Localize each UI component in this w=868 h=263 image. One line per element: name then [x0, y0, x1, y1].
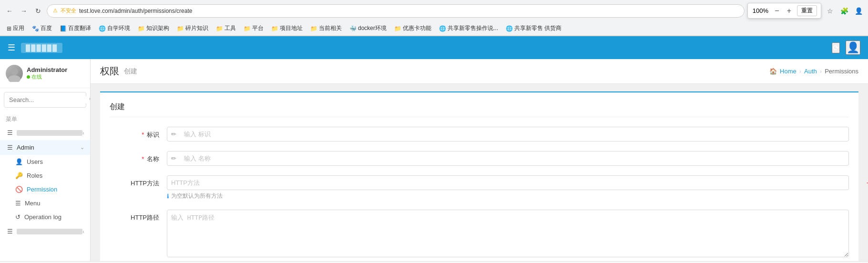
http-path-textarea[interactable]: [167, 210, 849, 257]
page-content: 创建 * 标识 ✏ 填写方便识别的文字: [91, 84, 868, 261]
sidebar-item-users[interactable]: 👤 Users: [0, 155, 90, 169]
share1-icon: 🌐: [439, 25, 446, 32]
bookmark-docker[interactable]: 🐳 docker环境: [347, 23, 389, 33]
sidebar-group3[interactable]: ☰ ‹: [0, 224, 90, 239]
bookmark-fragments[interactable]: 📁 碎片知识: [174, 23, 211, 33]
page-title: 权限: [100, 65, 119, 78]
bookmark-apps[interactable]: ⊞ 应用: [4, 23, 27, 33]
brand-placeholder: ██████: [21, 43, 62, 53]
forward-button[interactable]: →: [18, 5, 30, 17]
bookmark-translate[interactable]: 📘 百度翻译: [57, 23, 94, 33]
biaoji-input[interactable]: [180, 127, 848, 141]
refresh-icon[interactable]: ⟳: [832, 42, 840, 53]
knowledge-icon: 📁: [138, 25, 145, 32]
sidebar-item-permission[interactable]: 🚫 Permission: [0, 182, 90, 196]
username: Administrator: [27, 66, 67, 73]
tools-icon: 📁: [216, 25, 223, 32]
bookmark-baidu[interactable]: 🐾 百度: [29, 23, 55, 33]
bookmark-knowledge[interactable]: 📁 知识架构: [135, 23, 172, 33]
http-method-row: HTTP方法 HTTP方法 GET POST PUT DELETE: [110, 175, 849, 200]
bookmark-apps-label: 应用: [13, 24, 24, 32]
status-label: 在线: [31, 73, 42, 81]
sidebar-item-menu[interactable]: ☰ Menu: [0, 196, 90, 210]
sidebar-group-admin[interactable]: ☰ Admin ⌄: [0, 140, 90, 155]
hamburger-icon[interactable]: ☰: [8, 42, 15, 53]
browser-toolbar: ← → ↻ ⚠ 不安全 test.love.com/admin/auth/per…: [0, 0, 868, 21]
security-icon: ⚠: [53, 8, 58, 14]
bookmark-knowledge-label: 知识架构: [146, 24, 169, 32]
bookmarks-bar: ⊞ 应用 🐾 百度 📘 百度翻译 🌐 自学环境 📁 知识架构 📁 碎片知识 📁 …: [0, 21, 868, 36]
sidebar-item-roles[interactable]: 🔑 Roles: [0, 169, 90, 182]
mingcheng-row: * 名称 ✏: [110, 151, 849, 166]
docker-icon: 🐳: [349, 25, 357, 32]
biaoji-row: * 标识 ✏ 填写方便识别的文字: [110, 127, 849, 142]
breadcrumb-auth[interactable]: Auth: [804, 68, 817, 75]
sidebar-group1[interactable]: ☰ ‹: [0, 125, 90, 140]
content-area: 权限 创建 🏠 Home › Auth › Permissions 创建: [91, 59, 868, 261]
group3-arrow-icon: ‹: [82, 229, 84, 234]
group1-icon: ☰: [7, 129, 13, 136]
mingcheng-edit-icon[interactable]: ✏: [167, 155, 180, 162]
http-method-select[interactable]: HTTP方法 GET POST PUT DELETE: [167, 175, 849, 190]
reload-button[interactable]: ↻: [32, 5, 44, 17]
browser-chrome: ← → ↻ ⚠ 不安全 test.love.com/admin/auth/per…: [0, 0, 868, 36]
bookmark-coupon-label: 优惠卡功能: [403, 24, 431, 32]
page-title-area: 权限 创建: [100, 65, 137, 78]
search-box[interactable]: 🔍: [4, 92, 86, 108]
bookmark-study-label: 自学环境: [107, 24, 130, 32]
bookmark-current-label: 当前相关: [319, 24, 342, 32]
http-path-label: HTTP路径: [110, 210, 167, 222]
zoom-level: 100%: [752, 7, 769, 14]
search-input[interactable]: [9, 96, 89, 103]
mingcheng-input[interactable]: [180, 152, 848, 165]
users-icon: 👤: [15, 158, 23, 165]
profile-button[interactable]: 👤: [853, 5, 864, 17]
bookmark-share1[interactable]: 🌐 共享新零售操作说...: [436, 23, 501, 33]
zoom-reset-button[interactable]: 重置: [797, 5, 817, 16]
mingcheng-required-star: *: [142, 155, 144, 162]
bookmark-project[interactable]: 📁 项目地址: [268, 23, 306, 33]
sidebar-user: Administrator 在线: [0, 59, 90, 88]
http-method-hint-text: 为空默认为所有方法: [171, 192, 223, 200]
security-label: 不安全: [61, 7, 76, 14]
breadcrumb: 🏠 Home › Auth › Permissions: [769, 68, 858, 75]
group3-label: [17, 229, 82, 234]
breadcrumb-home[interactable]: Home: [780, 68, 797, 75]
zoom-minus-button[interactable]: −: [773, 7, 781, 15]
breadcrumb-sep2: ›: [820, 68, 822, 75]
back-button[interactable]: ←: [4, 5, 15, 17]
zoom-plus-button[interactable]: +: [785, 7, 793, 15]
sidebar-item-oplog[interactable]: ↺ Operation log: [0, 210, 90, 224]
bookmark-fragments-label: 碎片知识: [185, 24, 208, 32]
zoom-popup: 100% − + 重置: [747, 3, 821, 19]
study-icon: 🌐: [99, 25, 106, 32]
bookmark-study[interactable]: 🌐 自学环境: [96, 23, 133, 33]
bookmark-tools[interactable]: 📁 工具: [213, 23, 239, 33]
svg-point-0: [10, 68, 18, 75]
sidebar-users-label: Users: [27, 158, 43, 165]
biaoji-label: * 标识: [110, 127, 167, 139]
bookmark-current[interactable]: 📁 当前相关: [307, 23, 345, 33]
sidebar-roles-label: Roles: [27, 172, 42, 179]
bookmark-star-button[interactable]: ☆: [824, 5, 836, 17]
user-avatar-icon[interactable]: 👤: [846, 40, 860, 55]
biaoji-field: ✏ 填写方便识别的文字: [167, 127, 849, 142]
bookmark-tools-label: 工具: [225, 24, 236, 32]
bookmark-share2[interactable]: 🌐 共享新零售 供货商: [503, 23, 564, 33]
sidebar-permission-label: Permission: [27, 186, 57, 193]
sidebar-menu-label: Menu: [25, 200, 41, 207]
url-bar[interactable]: ⚠ 不安全 test.love.com/admin/auth/permissio…: [47, 4, 745, 18]
group1-arrow-icon: ‹: [82, 130, 84, 136]
sidebar: Administrator 在线 🔍 菜单 ☰ ‹ ☰: [0, 59, 91, 261]
bookmark-coupon[interactable]: 📁 优惠卡功能: [391, 23, 434, 33]
required-star: *: [142, 131, 144, 138]
share2-icon: 🌐: [506, 25, 513, 32]
app: ☰ ██████ ⟳ 👤 Administrator 在线: [0, 36, 868, 261]
bookmark-platform[interactable]: 📁 平台: [241, 23, 266, 33]
extension-button[interactable]: 🧩: [838, 5, 850, 17]
biaoji-edit-icon[interactable]: ✏: [167, 131, 180, 138]
bookmark-docker-label: docker环境: [358, 24, 387, 32]
page-subtitle: 创建: [124, 67, 137, 76]
group1-label: [17, 130, 82, 136]
admin-icon: ☰: [7, 144, 13, 151]
